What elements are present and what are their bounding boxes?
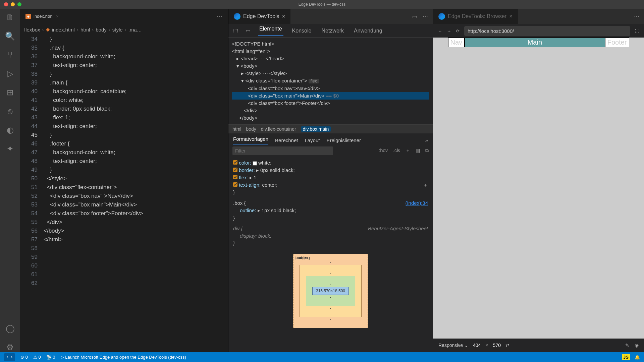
page-footer: Footer — [605, 38, 629, 47]
tab-console[interactable]: Konsole — [291, 28, 313, 34]
status-warnings[interactable]: ⚠ 0 — [33, 355, 41, 360]
styles-filter-row: :hov .cls ＋ ▤ ⧉ — [228, 144, 433, 157]
settings-gear-icon[interactable]: ⚙ — [6, 343, 14, 352]
status-notifications-icon[interactable]: 🔔 — [635, 355, 640, 360]
more-actions-icon[interactable]: ⋯ — [634, 13, 639, 20]
back-icon[interactable]: ← — [438, 28, 442, 34]
edge-browser-icon — [438, 13, 445, 20]
html-file-icon: ◆ — [25, 14, 31, 19]
height-input[interactable]: 570 — [493, 343, 501, 348]
line-gutter: 3435363738394041424344454647484950515253… — [20, 35, 44, 352]
source-link[interactable]: (Index):34 — [405, 199, 428, 207]
styles-pane[interactable]: color: white; border: ▸ 0px solid black;… — [228, 157, 433, 249]
code-editor[interactable]: 3435363738394041424344454647484950515253… — [20, 35, 228, 352]
box-model-content[interactable]: 315.570×18.500 — [312, 287, 349, 295]
hov-toggle[interactable]: :hov — [379, 148, 388, 154]
browser-nav-bar: ← → ⟳ ⛶ — [433, 24, 644, 38]
remote-icon[interactable]: ⎋ — [8, 107, 12, 116]
device-toolbar: Responsive ⌄ 404 × 570 ⇄ ✎ ◉ — [433, 339, 644, 352]
computed-toggle-icon[interactable]: ▤ — [416, 148, 420, 154]
tab-application[interactable]: Anwendung — [353, 28, 384, 34]
tab-elements[interactable]: Elemente — [258, 26, 283, 36]
tab-layout[interactable]: Layout — [305, 137, 320, 143]
device-toggle-icon[interactable]: ▭ — [246, 27, 251, 34]
accounts-icon[interactable]: ◯ — [6, 324, 15, 333]
fullscreen-icon[interactable]: ⛶ — [635, 28, 639, 34]
decl-flex-checkbox[interactable] — [233, 175, 237, 179]
file-icon: ◆ — [46, 26, 50, 33]
close-icon[interactable]: × — [282, 13, 285, 19]
dom-tree[interactable]: <!DOCTYPE html> <html lang="en"> ▸ <head… — [228, 38, 433, 125]
status-errors[interactable]: ⊘ 0 — [20, 355, 28, 360]
close-window-icon[interactable] — [4, 2, 8, 6]
device-select[interactable]: Responsive ⌄ — [438, 343, 468, 348]
extensions-icon[interactable]: ⊞ — [7, 88, 13, 97]
run-debug-icon[interactable]: ▷ — [7, 69, 13, 78]
settings-icon[interactable]: ◉ — [635, 343, 639, 348]
breadcrumb[interactable]: flexbox› ◆ index.html› html› body› style… — [20, 24, 228, 35]
window-title: Edge DevTools — dev-css — [299, 2, 346, 7]
devtools-toolbar: ⬚ ▭ Elemente Konsole Netzwerk Anwendung — [228, 24, 433, 38]
code-lines[interactable]: } .nav { background-color: white; text-a… — [44, 35, 228, 352]
close-icon[interactable]: × — [509, 13, 512, 19]
editor-more-icon[interactable]: ⋯ — [217, 13, 228, 20]
status-bar: ⟷ ⊘ 0 ⚠ 0 📡 0 ▷ Launch Microsoft Edge an… — [0, 352, 644, 362]
new-rule-icon[interactable]: ＋ — [406, 148, 410, 154]
status-launch-hint[interactable]: ▷ Launch Microsoft Edge and open the Edg… — [61, 355, 186, 360]
width-input[interactable]: 404 — [473, 343, 481, 348]
minimize-window-icon[interactable] — [11, 2, 15, 6]
edge-browser-icon — [234, 13, 240, 20]
styles-tablist: Formatvorlagen Berechnet Layout Ereignis… — [228, 133, 433, 144]
testing-icon[interactable]: ✦ — [7, 144, 13, 154]
browser-tab-bar: Edge DevTools: Browser × ⋯ — [433, 9, 644, 24]
rendered-page[interactable]: Nav Main Footer — [448, 38, 629, 47]
editor-tab-bar: ◆ index.html × ⋯ — [20, 9, 228, 24]
tab-close-icon[interactable]: × — [56, 14, 59, 19]
box-model[interactable]: margin- border- padding- 315.570×18.500 … — [228, 249, 433, 328]
titlebar: Edge DevTools — dev-css — [0, 0, 644, 9]
dom-breadcrumb[interactable]: html body div.flex-container div.box.mai… — [228, 125, 433, 133]
tab-computed[interactable]: Berechnet — [275, 137, 298, 143]
flex-badge[interactable]: flex — [309, 79, 319, 83]
zoom-window-icon[interactable] — [17, 2, 21, 6]
selected-dom-node[interactable]: <div class="box main">Main</div> == $0 — [232, 92, 429, 100]
devtools-panel: Edge DevTools × ▭ ⋯ ⬚ ▭ Elemente Konsole… — [228, 9, 433, 352]
browser-panel: Edge DevTools: Browser × ⋯ ← → ⟳ ⛶ Nav M… — [433, 9, 644, 352]
add-decl-icon[interactable]: ＋ — [423, 181, 428, 189]
tab-devtools[interactable]: Edge DevTools × — [228, 9, 290, 24]
more-tabs-icon[interactable]: » — [425, 137, 428, 143]
decl-color-checkbox[interactable] — [233, 160, 237, 165]
split-editor-icon[interactable]: ▭ — [412, 13, 417, 20]
tab-index-html[interactable]: ◆ index.html × — [20, 9, 64, 24]
filter-input[interactable] — [232, 146, 333, 155]
inspect-icon[interactable]: ⬚ — [233, 27, 238, 34]
more-actions-icon[interactable]: ⋯ — [423, 13, 428, 20]
remote-indicator[interactable]: ⟷ — [4, 353, 15, 361]
explorer-icon[interactable]: 🗎 — [6, 13, 14, 22]
page-main: Main — [465, 38, 605, 47]
devtools-tab-bar: Edge DevTools × ▭ ⋯ — [228, 9, 433, 24]
screenshot-icon[interactable]: ✎ — [625, 343, 629, 348]
tab-label: index.html — [34, 14, 53, 19]
tab-listeners[interactable]: Ereignislistener — [326, 137, 361, 143]
editor-panel: ◆ index.html × ⋯ flexbox› ◆ index.html› … — [20, 9, 228, 352]
status-js-icon[interactable]: JS — [622, 354, 630, 360]
forward-icon[interactable]: → — [447, 28, 451, 34]
page-nav: Nav — [448, 38, 465, 47]
activity-bar: 🗎 🔍 ⑂ ▷ ⊞ ⎋ ◐ ✦ ◯ ⚙ — [0, 9, 20, 352]
source-control-icon[interactable]: ⑂ — [8, 50, 12, 60]
tab-styles[interactable]: Formatvorlagen — [233, 136, 268, 144]
edge-icon[interactable]: ◐ — [7, 125, 14, 135]
reload-icon[interactable]: ⟳ — [456, 28, 460, 34]
cls-toggle[interactable]: .cls — [393, 148, 400, 154]
tab-browser-preview[interactable]: Edge DevTools: Browser × — [433, 9, 518, 24]
decl-border-checkbox[interactable] — [233, 168, 237, 172]
search-icon[interactable]: 🔍 — [5, 32, 15, 41]
url-input[interactable] — [464, 26, 630, 36]
rotate-icon[interactable]: ⇄ — [505, 343, 509, 348]
status-ports[interactable]: 📡 0 — [46, 355, 55, 360]
decl-textalign-checkbox[interactable] — [233, 182, 237, 187]
tab-network[interactable]: Netzwerk — [320, 28, 345, 34]
pin-icon[interactable]: ⧉ — [425, 148, 429, 154]
viewport: Nav Main Footer — [433, 38, 644, 339]
